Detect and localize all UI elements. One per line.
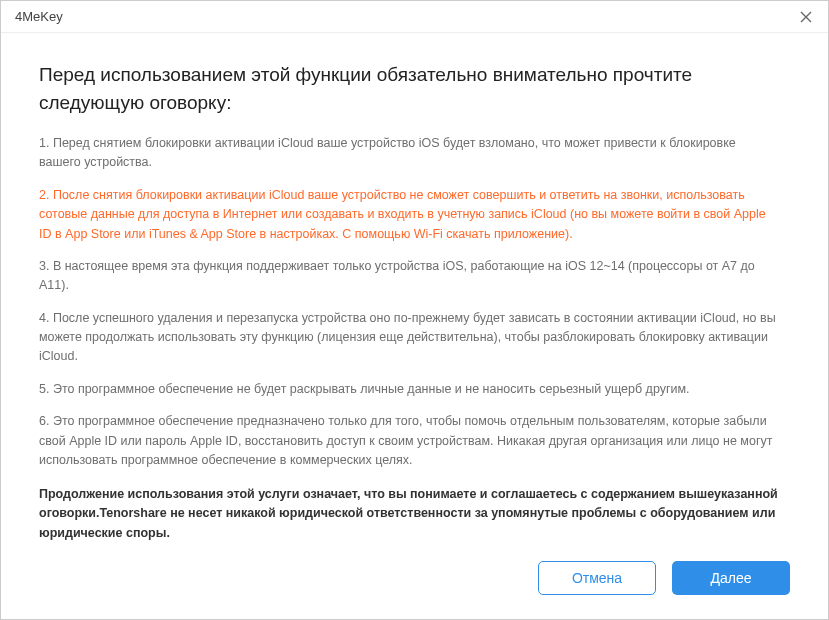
- disclaimer-item: 5. Это программное обеспечение не будет …: [39, 380, 780, 399]
- disclaimer-item: 4. После успешного удаления и перезапуск…: [39, 309, 780, 367]
- window-title: 4MeKey: [15, 9, 63, 24]
- disclaimer-heading: Перед использованием этой функции обязат…: [39, 61, 790, 116]
- disclaimer-item: 6. Это программное обеспечение предназна…: [39, 412, 780, 470]
- close-icon: [800, 11, 812, 23]
- disclaimer-item: 1. Перед снятием блокировки активации iC…: [39, 134, 780, 173]
- disclaimer-item: 3. В настоящее время эта функция поддерж…: [39, 257, 780, 296]
- button-row: Отмена Далее: [39, 551, 790, 601]
- disclaimer-footer-text: Продолжение использования этой услуги оз…: [39, 485, 790, 543]
- dialog-content: Перед использованием этой функции обязат…: [1, 33, 828, 619]
- disclaimer-item: 2. После снятия блокировки активации iCl…: [39, 186, 780, 244]
- close-button[interactable]: [794, 5, 818, 29]
- disclaimer-scroll-area[interactable]: 1. Перед снятием блокировки активации iC…: [39, 134, 798, 471]
- dialog-window: 4MeKey Перед использованием этой функции…: [0, 0, 829, 620]
- titlebar: 4MeKey: [1, 1, 828, 33]
- cancel-button[interactable]: Отмена: [538, 561, 656, 595]
- next-button[interactable]: Далее: [672, 561, 790, 595]
